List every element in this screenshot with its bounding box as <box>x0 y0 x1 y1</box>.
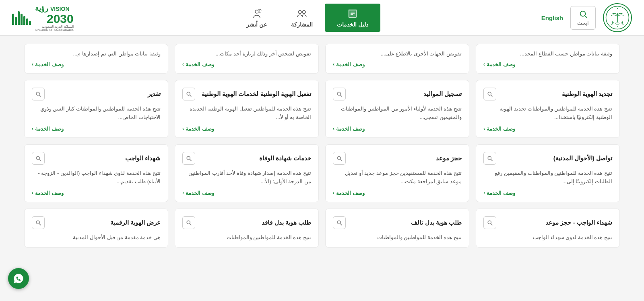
card-search-btn[interactable] <box>483 216 496 229</box>
card-header: خدمات شهادة الوفاة <box>182 152 311 165</box>
chevron-icon: › <box>32 61 33 67</box>
card-link[interactable]: وصف الخدمة › <box>32 126 161 132</box>
card-shuhada-hajz: شهداء الواجب - حجز موعد تتيح هذه الخدمة … <box>476 209 620 248</box>
search-small-icon <box>487 219 493 226</box>
partial-link-2[interactable]: وصف الخدمة › <box>333 61 462 68</box>
card-desc: تتيح هذه الخدمة لذوي شهداء الواجب (الوال… <box>32 169 161 186</box>
search-small-icon <box>336 155 343 162</box>
nav-dalil[interactable]: دليل الخدمات <box>325 4 380 32</box>
card-title: خدمات شهادة الوفاة <box>259 155 311 162</box>
partial-card-2: تفويض الجهات الأخرى بالاطلاع على... وصف … <box>325 44 469 74</box>
search-small-icon <box>487 91 493 97</box>
card-title: عرض الهوية الرقمية <box>110 219 161 226</box>
partial-link-3[interactable]: وصف الخدمة › <box>182 61 311 68</box>
card-search-btn[interactable] <box>32 88 45 100</box>
partial-link-4[interactable]: وصف الخدمة › <box>32 61 161 68</box>
card-talef: طلب هوية بدل تالف تتيح هذه الخدمة للمواط… <box>325 209 469 248</box>
card-link[interactable]: وصف الخدمة › <box>333 126 462 132</box>
card-link[interactable]: وصف الخدمة › <box>182 126 311 132</box>
card-title: تسجيل المواليد <box>423 90 462 98</box>
card-search-btn[interactable] <box>32 152 45 165</box>
chevron-icon: › <box>483 126 485 131</box>
card-hajz: حجز موعد تتيح هذه الخدمة للمستفيدين حجز … <box>325 144 469 202</box>
svg-point-3 <box>617 8 618 9</box>
card-shuhada: شهداء الواجب تتيح هذه الخدمة لذوي شهداء … <box>24 144 168 202</box>
svg-line-20 <box>340 95 342 96</box>
nav-musharaka-label: المشاركة <box>291 21 313 28</box>
header-nav: دليل الخدمات المشاركة ? عن أبشر <box>234 4 380 32</box>
partial-card-3: تفويض لشخص آخر وذلك لزيارة أحد مكات... و… <box>175 44 319 74</box>
svg-rect-7 <box>348 9 357 18</box>
card-title: تواصل (الأحوال المدنية) <box>553 155 612 162</box>
card-title: شهداء الواجب <box>125 155 161 162</box>
card-link[interactable]: وصف الخدمة › <box>182 190 311 196</box>
svg-point-35 <box>337 221 341 224</box>
search-small-icon <box>35 219 41 226</box>
svg-point-23 <box>36 92 39 95</box>
svg-point-29 <box>187 156 190 160</box>
card-search-btn[interactable] <box>32 216 45 229</box>
search-small-icon <box>336 219 343 226</box>
partial-desc-4: وثيقة بيانات مواطن التي تم إصدارها م... <box>32 50 161 58</box>
card-search-btn[interactable] <box>483 152 496 165</box>
svg-line-30 <box>190 159 191 161</box>
card-desc: تتيح هذه الخدمة للمواطنين تفعيل الهوية ا… <box>182 104 311 122</box>
svg-line-24 <box>39 95 41 96</box>
partial-card-4: وثيقة بيانات مواطن التي تم إصدارها م... … <box>24 44 168 74</box>
card-link[interactable]: وصف الخدمة › <box>32 190 161 196</box>
card-search-btn[interactable] <box>333 88 346 100</box>
card-header: شهداء الواجب <box>32 152 161 165</box>
card-desc: تتيح هذه الخدمة للمستفيدين حجز موعد جديد… <box>333 169 462 186</box>
svg-line-28 <box>340 159 342 161</box>
svg-point-27 <box>337 156 341 160</box>
card-title: تقدير <box>148 90 161 98</box>
card-link[interactable]: وصف الخدمة › <box>483 190 612 196</box>
partial-link-1[interactable]: وصف الخدمة › <box>483 61 612 68</box>
vision-en: KINGDOM OF SAUDI ARABIA <box>35 29 74 31</box>
card-desc: تتيح هذه الخدمة للمواطنين والمواطنات كبا… <box>32 104 161 122</box>
svg-point-25 <box>488 156 491 160</box>
svg-line-40 <box>39 223 41 225</box>
card-search-btn[interactable] <box>483 88 496 100</box>
svg-point-2 <box>616 23 619 25</box>
header-right: ابحث English <box>541 3 632 32</box>
language-toggle[interactable]: English <box>541 14 563 21</box>
nav-musharaka[interactable]: المشاركة <box>279 4 325 32</box>
card-header: تسجيل المواليد <box>333 88 462 100</box>
svg-line-22 <box>190 95 191 96</box>
svg-line-18 <box>491 95 492 96</box>
card-search-btn[interactable] <box>333 216 346 229</box>
card-search-btn[interactable] <box>182 88 195 100</box>
svg-point-12 <box>298 10 301 14</box>
search-small-icon <box>186 155 192 162</box>
chevron-icon: › <box>333 61 334 67</box>
svg-point-5 <box>580 11 585 16</box>
card-title: تفعيل الهوية الوطنية لخدمات الهوية الوطن… <box>202 90 311 98</box>
card-mawaled: تسجيل المواليد تتيح هذه الخدمة لأولياء ا… <box>325 80 469 138</box>
card-search-btn[interactable] <box>182 216 195 229</box>
chevron-icon: › <box>32 126 33 131</box>
card-title: حجز موعد <box>436 155 462 162</box>
chevron-icon: › <box>333 126 334 131</box>
card-desc: تتيح هذه الخدمة لأولياء الأمور من المواط… <box>333 104 462 122</box>
card-wafat: خدمات شهادة الوفاة تتيح هذه الخدمة إصدار… <box>175 144 319 202</box>
partial-desc-2: تفويض الجهات الأخرى بالاطلاع على... <box>333 50 462 58</box>
vision-logo: رؤية VISION 2030 المملكة العربية السعودي… <box>12 4 74 31</box>
svg-line-26 <box>491 159 492 161</box>
card-search-btn[interactable] <box>333 152 346 165</box>
card-header: تجديد الهوية الوطنية <box>483 88 612 100</box>
partial-desc-3: تفويض لشخص آخر وذلك لزيارة أحد مكات... <box>182 50 311 58</box>
card-header: تواصل (الأحوال المدنية) <box>483 152 612 165</box>
card-desc: تتيح هذه الخدمة للمواطنين والمواطنات وال… <box>483 169 612 186</box>
search-box[interactable]: ابحث <box>570 6 596 30</box>
card-taqder: تقدير تتيح هذه الخدمة للمواطنين والمواطن… <box>24 80 168 138</box>
card-search-btn[interactable] <box>182 152 195 165</box>
book-icon <box>347 8 359 20</box>
card-link[interactable]: وصف الخدمة › <box>333 190 462 196</box>
nav-dalil-label: دليل الخدمات <box>337 21 368 28</box>
nav-absher[interactable]: ? عن أبشر <box>234 4 279 32</box>
svg-point-21 <box>187 92 190 95</box>
card-link[interactable]: وصف الخدمة › <box>483 126 612 132</box>
svg-line-34 <box>491 223 492 225</box>
chevron-icon: › <box>483 190 485 196</box>
